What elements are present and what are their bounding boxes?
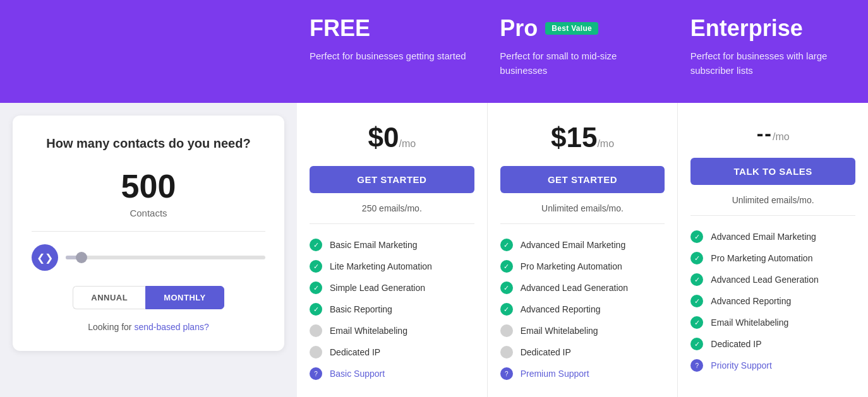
list-item: ✓ Email Whitelabeling bbox=[690, 312, 855, 333]
check-icon: ✓ bbox=[500, 239, 513, 251]
check-icon: ✓ bbox=[690, 338, 703, 350]
monthly-billing-button[interactable]: MONTHLY bbox=[145, 286, 224, 309]
list-item: ✓ Basic Reporting bbox=[310, 299, 474, 320]
left-panel: How many contacts do you need? 500 Conta… bbox=[0, 103, 297, 397]
list-item: ✓ Lite Marketing Automation bbox=[310, 256, 474, 277]
check-icon: ✓ bbox=[310, 239, 322, 251]
feature-text: Simple Lead Generation bbox=[330, 283, 425, 293]
list-item: ? Basic Support bbox=[310, 363, 474, 384]
feature-text: Advanced Reporting bbox=[711, 296, 791, 306]
feature-text: Dedicated IP bbox=[521, 347, 571, 357]
list-item: Email Whitelabeling bbox=[310, 320, 474, 341]
check-icon: ✓ bbox=[310, 260, 322, 273]
plan-header-free: FREE Perfect for businesses getting star… bbox=[297, 15, 487, 78]
check-icon: ✓ bbox=[690, 230, 703, 243]
support-link[interactable]: Premium Support bbox=[521, 369, 589, 379]
free-cta-button[interactable]: GET STARTED bbox=[310, 166, 474, 193]
slider-track[interactable] bbox=[66, 256, 265, 259]
pro-plan-col: $15/mo GET STARTED Unlimited emails/mo. … bbox=[488, 103, 678, 397]
slider-container: ❮❯ bbox=[32, 244, 265, 271]
list-item: ✓ Advanced Lead Generation bbox=[690, 269, 855, 290]
contacts-card: How many contacts do you need? 500 Conta… bbox=[13, 116, 284, 351]
free-price-per: /mo bbox=[399, 138, 416, 149]
dot-icon bbox=[500, 324, 513, 337]
feature-text: Dedicated IP bbox=[711, 339, 761, 349]
dot-icon bbox=[310, 346, 322, 358]
enterprise-cta-button[interactable]: TALK TO SALES bbox=[690, 158, 855, 185]
feature-text: Advanced Reporting bbox=[521, 304, 601, 314]
arrows-icon: ❮❯ bbox=[37, 252, 53, 264]
list-item: ✓ Dedicated IP bbox=[690, 333, 855, 355]
list-item: ? Premium Support bbox=[500, 363, 665, 384]
pro-price-row: $15/mo bbox=[500, 122, 665, 153]
list-item: Dedicated IP bbox=[310, 341, 474, 363]
feature-text: Basic Reporting bbox=[330, 304, 392, 314]
list-item: ✓ Basic Email Marketing bbox=[310, 234, 474, 256]
list-item: ✓ Advanced Email Marketing bbox=[690, 226, 855, 247]
check-icon: ✓ bbox=[690, 316, 703, 329]
support-icon: ? bbox=[500, 367, 513, 380]
feature-text: Pro Marketing Automation bbox=[521, 261, 622, 271]
dot-icon bbox=[500, 346, 513, 358]
feature-text: Email Whitelabeling bbox=[521, 326, 598, 336]
billing-toggle: ANNUAL MONTHLY bbox=[32, 286, 265, 309]
enterprise-features-list: ✓ Advanced Email Marketing ✓ Pro Marketi… bbox=[690, 226, 855, 376]
list-item: ✓ Simple Lead Generation bbox=[310, 277, 474, 299]
pro-plan-title: Pro Best Value bbox=[500, 15, 665, 42]
header-band: FREE Perfect for businesses getting star… bbox=[0, 0, 868, 103]
feature-text: Basic Email Marketing bbox=[330, 240, 418, 250]
pro-features-list: ✓ Advanced Email Marketing ✓ Pro Marketi… bbox=[500, 234, 665, 384]
pro-price-per: /mo bbox=[597, 138, 614, 149]
feature-text: Advanced Lead Generation bbox=[711, 275, 818, 285]
list-item: ✓ Advanced Lead Generation bbox=[500, 277, 665, 299]
contacts-question: How many contacts do you need? bbox=[32, 134, 265, 152]
feature-text: Advanced Email Marketing bbox=[521, 240, 626, 250]
check-icon: ✓ bbox=[500, 303, 513, 316]
enterprise-price-per: /mo bbox=[773, 131, 790, 142]
list-item: ✓ Pro Marketing Automation bbox=[690, 247, 855, 269]
check-icon: ✓ bbox=[500, 260, 513, 273]
list-item: Dedicated IP bbox=[500, 341, 665, 363]
check-icon: ✓ bbox=[690, 295, 703, 307]
free-plan-desc: Perfect for businesses getting started bbox=[310, 49, 474, 64]
divider bbox=[32, 231, 265, 232]
support-icon: ? bbox=[690, 359, 703, 372]
enterprise-price-row: --/mo bbox=[690, 122, 855, 145]
free-emails: 250 emails/mo. bbox=[310, 203, 474, 224]
plan-header-enterprise: Enterprise Perfect for businesses with l… bbox=[678, 15, 868, 78]
feature-text: Advanced Email Marketing bbox=[711, 232, 816, 242]
annual-billing-button[interactable]: ANNUAL bbox=[73, 286, 145, 309]
check-icon: ✓ bbox=[310, 281, 322, 294]
free-plan-col: $0/mo GET STARTED 250 emails/mo. ✓ Basic… bbox=[297, 103, 488, 397]
enterprise-plan-col: --/mo TALK TO SALES Unlimited emails/mo.… bbox=[678, 103, 868, 397]
free-features-list: ✓ Basic Email Marketing ✓ Lite Marketing… bbox=[310, 234, 474, 384]
feature-text: Dedicated IP bbox=[330, 347, 380, 357]
list-item: ? Priority Support bbox=[690, 355, 855, 376]
pro-emails: Unlimited emails/mo. bbox=[500, 203, 665, 224]
list-item: ✓ Advanced Reporting bbox=[500, 299, 665, 320]
page-wrapper: FREE Perfect for businesses getting star… bbox=[0, 0, 868, 397]
plans-header: FREE Perfect for businesses getting star… bbox=[297, 15, 868, 78]
plan-header-pro: Pro Best Value Perfect for small to mid-… bbox=[487, 15, 677, 78]
check-icon: ✓ bbox=[500, 281, 513, 294]
feature-text: Email Whitelabeling bbox=[711, 317, 788, 328]
support-link[interactable]: Basic Support bbox=[330, 369, 385, 379]
feature-text: Lite Marketing Automation bbox=[330, 261, 432, 271]
contacts-number: 500 bbox=[32, 167, 265, 205]
send-based-link[interactable]: send-based plans? bbox=[134, 322, 208, 332]
content-area: How many contacts do you need? 500 Conta… bbox=[0, 103, 868, 397]
slider-arrows-button[interactable]: ❮❯ bbox=[32, 244, 58, 271]
send-based-text: Looking for send-based plans? bbox=[32, 322, 265, 332]
feature-text: Email Whitelabeling bbox=[330, 326, 407, 336]
feature-text: Advanced Lead Generation bbox=[521, 283, 628, 293]
list-item: ✓ Advanced Email Marketing bbox=[500, 234, 665, 256]
enterprise-price-dashes: -- bbox=[757, 122, 773, 145]
support-link[interactable]: Priority Support bbox=[711, 360, 771, 370]
slider-thumb bbox=[76, 252, 87, 263]
contacts-label: Contacts bbox=[32, 208, 265, 218]
pro-cta-button[interactable]: GET STARTED bbox=[500, 166, 665, 193]
dot-icon bbox=[310, 324, 322, 337]
support-icon: ? bbox=[310, 367, 322, 380]
list-item: ✓ Pro Marketing Automation bbox=[500, 256, 665, 277]
enterprise-plan-desc: Perfect for businesses with large subscr… bbox=[690, 49, 855, 78]
